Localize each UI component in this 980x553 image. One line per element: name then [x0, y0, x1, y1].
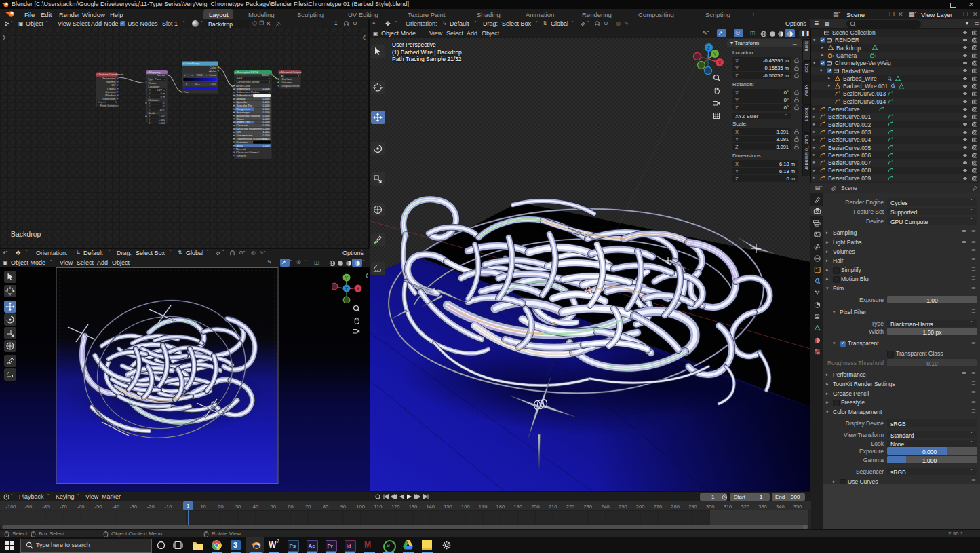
svg-text:Vector: Vector	[157, 73, 166, 77]
svg-text:0.000: 0.000	[262, 137, 270, 140]
svg-text:Fac: Fac	[184, 90, 189, 94]
svg-text:Point: Point	[155, 77, 162, 81]
svg-text:BSDF: BSDF	[262, 73, 271, 77]
svg-text:Reflection: Reflection	[102, 97, 116, 100]
svg-text:Z: Z	[345, 286, 348, 291]
svg-text:Christensen-Burley: Christensen-Burley	[237, 80, 260, 83]
svg-text:1.000: 1.000	[158, 121, 165, 125]
svg-text:❮: ❮	[362, 35, 366, 40]
svg-text:0 m: 0 m	[161, 95, 165, 98]
svg-text:-170°: -170°	[159, 108, 165, 111]
svg-text:RGB: RGB	[197, 74, 203, 77]
svg-text:Displacement: Displacement	[282, 84, 300, 88]
svg-text:Texture Coordinate: Texture Coordinate	[99, 73, 124, 76]
svg-text:All: All	[281, 74, 284, 77]
svg-text:1.000: 1.000	[209, 83, 216, 86]
svg-text:Backdrop: Backdrop	[11, 230, 41, 238]
svg-text:−: −	[188, 74, 189, 77]
svg-text:Pos: Pos	[195, 83, 200, 86]
svg-text:From Instancer: From Instancer	[100, 104, 119, 107]
svg-text:1: 1	[185, 83, 187, 86]
svg-text:Type: Type	[148, 77, 154, 81]
svg-text:GGX: GGX	[237, 77, 243, 80]
svg-text:1.000: 1.000	[262, 144, 270, 147]
svg-text:Alpha: Alpha	[209, 69, 217, 73]
svg-text:X: X	[718, 60, 722, 65]
svg-text:ColorRamp: ColorRamp	[185, 62, 200, 65]
svg-text:Z: Z	[707, 45, 711, 50]
svg-text:Tangent: Tangent	[236, 154, 247, 157]
svg-text:❯: ❯	[2, 35, 6, 40]
svg-text:Y: Y	[713, 52, 717, 56]
svg-text:Material Output: Material Output	[281, 71, 302, 74]
svg-text:X: X	[357, 286, 360, 291]
svg-text:Y: Y	[345, 275, 349, 280]
svg-text:Principled BSDF: Principled BSDF	[237, 71, 259, 74]
svg-text:0.000: 0.000	[262, 87, 270, 90]
svg-text:+: +	[184, 74, 185, 77]
